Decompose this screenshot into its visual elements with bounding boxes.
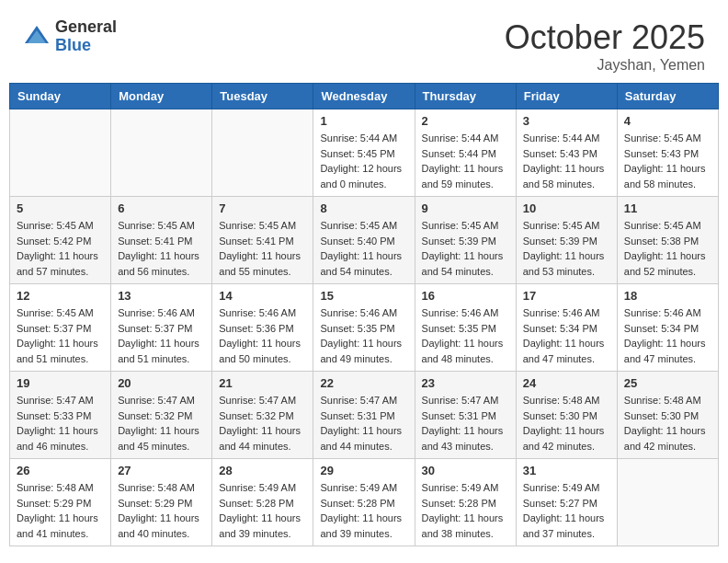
day-info: Sunrise: 5:45 AMSunset: 5:40 PMDaylight:… (320, 218, 407, 279)
calendar-cell: 15Sunrise: 5:46 AMSunset: 5:35 PMDayligh… (313, 284, 415, 372)
day-number: 30 (422, 464, 509, 477)
day-number: 6 (118, 201, 205, 215)
page-header: General Blue October 2025 Jayshan, Yemen (9, 9, 719, 78)
calendar-cell: 4Sunrise: 5:45 AMSunset: 5:43 PMDaylight… (617, 109, 718, 197)
day-info: Sunrise: 5:48 AMSunset: 5:30 PMDaylight:… (523, 393, 610, 454)
calendar-cell (10, 109, 111, 197)
day-number: 2 (422, 114, 509, 128)
day-info: Sunrise: 5:45 AMSunset: 5:41 PMDaylight:… (118, 218, 205, 279)
day-info: Sunrise: 5:45 AMSunset: 5:39 PMDaylight:… (523, 218, 610, 279)
calendar-cell: 7Sunrise: 5:45 AMSunset: 5:41 PMDaylight… (212, 197, 313, 284)
calendar-header-row: SundayMondayTuesdayWednesdayThursdayFrid… (10, 84, 719, 109)
calendar-week-row: 12Sunrise: 5:45 AMSunset: 5:37 PMDayligh… (10, 284, 719, 372)
calendar-cell: 19Sunrise: 5:47 AMSunset: 5:33 PMDayligh… (10, 372, 111, 459)
day-info: Sunrise: 5:46 AMSunset: 5:34 PMDaylight:… (624, 305, 711, 366)
calendar-week-row: 26Sunrise: 5:48 AMSunset: 5:29 PMDayligh… (10, 459, 719, 546)
calendar-cell: 14Sunrise: 5:46 AMSunset: 5:36 PMDayligh… (212, 284, 313, 372)
day-info: Sunrise: 5:48 AMSunset: 5:29 PMDaylight:… (17, 480, 104, 541)
day-of-week-header: Friday (516, 84, 617, 109)
calendar-week-row: 1Sunrise: 5:44 AMSunset: 5:45 PMDaylight… (10, 109, 719, 197)
day-info: Sunrise: 5:49 AMSunset: 5:27 PMDaylight:… (523, 480, 610, 541)
calendar-week-row: 19Sunrise: 5:47 AMSunset: 5:33 PMDayligh… (10, 372, 719, 459)
day-info: Sunrise: 5:47 AMSunset: 5:32 PMDaylight:… (219, 393, 306, 454)
calendar-cell: 22Sunrise: 5:47 AMSunset: 5:31 PMDayligh… (313, 372, 415, 459)
day-number: 14 (219, 289, 306, 303)
day-info: Sunrise: 5:44 AMSunset: 5:45 PMDaylight:… (320, 131, 407, 191)
calendar-cell: 24Sunrise: 5:48 AMSunset: 5:30 PMDayligh… (516, 372, 617, 459)
day-info: Sunrise: 5:45 AMSunset: 5:38 PMDaylight:… (624, 218, 711, 279)
day-number: 1 (320, 114, 407, 128)
calendar-cell: 29Sunrise: 5:49 AMSunset: 5:28 PMDayligh… (313, 459, 415, 546)
calendar-cell: 27Sunrise: 5:48 AMSunset: 5:29 PMDayligh… (111, 459, 212, 546)
day-info: Sunrise: 5:44 AMSunset: 5:43 PMDaylight:… (523, 131, 610, 191)
day-info: Sunrise: 5:47 AMSunset: 5:32 PMDaylight:… (118, 393, 205, 454)
day-of-week-header: Tuesday (212, 84, 313, 109)
day-number: 20 (118, 376, 205, 390)
day-number: 31 (523, 464, 610, 477)
calendar-cell (212, 109, 313, 197)
day-info: Sunrise: 5:49 AMSunset: 5:28 PMDaylight:… (422, 480, 509, 541)
day-number: 8 (320, 201, 407, 215)
calendar-cell: 5Sunrise: 5:45 AMSunset: 5:42 PMDaylight… (10, 197, 111, 284)
calendar-cell: 31Sunrise: 5:49 AMSunset: 5:27 PMDayligh… (516, 459, 617, 546)
calendar-cell: 10Sunrise: 5:45 AMSunset: 5:39 PMDayligh… (516, 197, 617, 284)
day-of-week-header: Wednesday (313, 84, 415, 109)
calendar-cell: 20Sunrise: 5:47 AMSunset: 5:32 PMDayligh… (111, 372, 212, 459)
day-info: Sunrise: 5:46 AMSunset: 5:34 PMDaylight:… (523, 305, 610, 366)
day-info: Sunrise: 5:46 AMSunset: 5:35 PMDaylight:… (422, 305, 509, 366)
day-number: 10 (523, 201, 610, 215)
calendar-cell: 16Sunrise: 5:46 AMSunset: 5:35 PMDayligh… (415, 284, 516, 372)
day-info: Sunrise: 5:45 AMSunset: 5:43 PMDaylight:… (624, 131, 711, 191)
day-info: Sunrise: 5:44 AMSunset: 5:44 PMDaylight:… (422, 131, 509, 191)
day-number: 9 (422, 201, 509, 215)
day-number: 26 (17, 464, 104, 477)
day-info: Sunrise: 5:46 AMSunset: 5:37 PMDaylight:… (118, 305, 205, 366)
day-number: 15 (320, 289, 407, 303)
day-number: 17 (523, 289, 610, 303)
day-of-week-header: Thursday (415, 84, 516, 109)
calendar-cell: 1Sunrise: 5:44 AMSunset: 5:45 PMDaylight… (313, 109, 415, 197)
title-section: October 2025 Jayshan, Yemen (505, 18, 705, 74)
day-info: Sunrise: 5:45 AMSunset: 5:39 PMDaylight:… (422, 218, 509, 279)
day-number: 25 (624, 376, 711, 390)
day-info: Sunrise: 5:47 AMSunset: 5:31 PMDaylight:… (422, 393, 509, 454)
day-number: 22 (320, 376, 407, 390)
calendar-cell: 11Sunrise: 5:45 AMSunset: 5:38 PMDayligh… (617, 197, 718, 284)
calendar-cell: 3Sunrise: 5:44 AMSunset: 5:43 PMDaylight… (516, 109, 617, 197)
day-number: 28 (219, 464, 306, 477)
day-number: 29 (320, 464, 407, 477)
calendar-cell: 9Sunrise: 5:45 AMSunset: 5:39 PMDaylight… (415, 197, 516, 284)
calendar-cell (111, 109, 212, 197)
calendar-cell: 26Sunrise: 5:48 AMSunset: 5:29 PMDayligh… (10, 459, 111, 546)
day-info: Sunrise: 5:46 AMSunset: 5:36 PMDaylight:… (219, 305, 306, 366)
calendar-cell: 25Sunrise: 5:48 AMSunset: 5:30 PMDayligh… (617, 372, 718, 459)
day-number: 23 (422, 376, 509, 390)
day-number: 18 (624, 289, 711, 303)
day-number: 13 (118, 289, 205, 303)
day-number: 24 (523, 376, 610, 390)
day-number: 7 (219, 201, 306, 215)
calendar-cell: 23Sunrise: 5:47 AMSunset: 5:31 PMDayligh… (415, 372, 516, 459)
calendar-cell: 13Sunrise: 5:46 AMSunset: 5:37 PMDayligh… (111, 284, 212, 372)
calendar-cell: 21Sunrise: 5:47 AMSunset: 5:32 PMDayligh… (212, 372, 313, 459)
calendar-cell: 18Sunrise: 5:46 AMSunset: 5:34 PMDayligh… (617, 284, 718, 372)
logo-blue-text: Blue (55, 37, 117, 55)
day-number: 19 (17, 376, 104, 390)
day-number: 27 (118, 464, 205, 477)
day-number: 4 (624, 114, 711, 128)
day-number: 5 (17, 201, 104, 215)
logo-icon (23, 23, 51, 51)
calendar-cell: 17Sunrise: 5:46 AMSunset: 5:34 PMDayligh… (516, 284, 617, 372)
calendar-table: SundayMondayTuesdayWednesdayThursdayFrid… (9, 83, 719, 546)
day-info: Sunrise: 5:47 AMSunset: 5:33 PMDaylight:… (17, 393, 104, 454)
day-number: 21 (219, 376, 306, 390)
day-number: 3 (523, 114, 610, 128)
day-info: Sunrise: 5:47 AMSunset: 5:31 PMDaylight:… (320, 393, 407, 454)
day-of-week-header: Sunday (10, 84, 111, 109)
day-number: 16 (422, 289, 509, 303)
day-info: Sunrise: 5:49 AMSunset: 5:28 PMDaylight:… (219, 480, 306, 541)
calendar-week-row: 5Sunrise: 5:45 AMSunset: 5:42 PMDaylight… (10, 197, 719, 284)
day-of-week-header: Saturday (617, 84, 718, 109)
month-title: October 2025 (505, 18, 705, 57)
logo-general-text: General (55, 18, 117, 37)
